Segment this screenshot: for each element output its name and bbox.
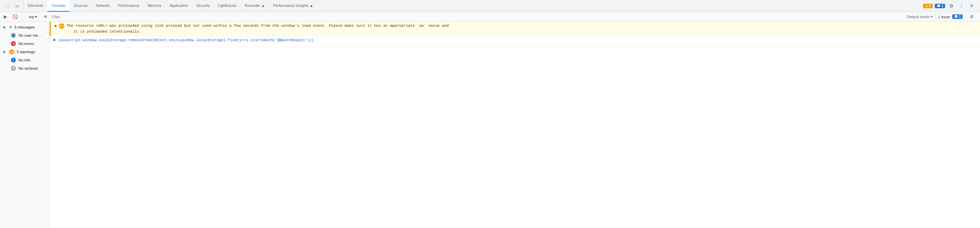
sidebar-item-warnings[interactable]: ▶ ⚠ 5 warnings	[0, 48, 49, 56]
info-count-badge[interactable]: 💬 1	[935, 4, 945, 8]
warning-badge-icon: ⚠	[59, 24, 62, 28]
toolbar-left: ▶ 🚫	[2, 12, 22, 21]
info-icon: i	[11, 58, 16, 63]
warning-text-line1: The resource <URL> was preloaded using l…	[67, 24, 449, 28]
expand-messages-icon: ▶	[3, 26, 6, 29]
console-toolbar: ▶ 🚫 top ▾ 👁 Default levels ▾ 1 issue: 💬 …	[0, 12, 980, 22]
filter-input[interactable]	[52, 15, 93, 19]
tab-console[interactable]: Console	[48, 0, 70, 12]
warn-icon: ⚠	[925, 4, 928, 8]
issue-count-badge: 💬 1	[952, 14, 963, 19]
issue-badge[interactable]: 1 issue: 💬 1	[935, 14, 965, 19]
clear-console-icon[interactable]: 🚫	[11, 13, 19, 21]
tab-recorder[interactable]: Recorder ▲	[240, 0, 269, 12]
tab-lighthouse[interactable]: Lighthouse	[214, 0, 240, 12]
warning-icon: ⚠	[9, 50, 14, 54]
messages-label: 5 messages	[14, 25, 35, 29]
chat-icon-2: 💬	[954, 15, 958, 19]
tab-performance[interactable]: Performance	[114, 0, 143, 12]
issue-count-label: 1 issue:	[938, 15, 951, 19]
user-messages-label: No user me...	[19, 33, 41, 37]
default-levels-label: Default levels	[907, 15, 930, 19]
warning-message-row: ▶ ⚠ 5 The resource <URL> was preloaded u…	[50, 22, 980, 36]
chat-icon: 💬	[937, 4, 940, 8]
tab-network[interactable]: Network	[92, 0, 114, 12]
context-arrow-icon: ▾	[35, 14, 37, 19]
tab-performance-insights[interactable]: Performance insights ▲	[269, 0, 317, 12]
tab-sources[interactable]: Sources	[70, 0, 91, 12]
sidebar-item-messages[interactable]: ▶ ≡ 5 messages	[0, 23, 49, 31]
sidebar-item-info[interactable]: i No info	[0, 56, 49, 64]
warnings-label: 5 warnings	[17, 50, 35, 54]
expand-warnings-icon: ▶	[3, 50, 6, 53]
list-icon: ≡	[9, 25, 12, 29]
tab-bar: ⬚ ▭ Elements Console Sources Network Per…	[0, 0, 980, 12]
sidebar-item-errors[interactable]: ✕ No errors	[0, 40, 49, 48]
main-tabs: Elements Console Sources Network Perform…	[24, 0, 923, 12]
console-output: ▶ ⚠ 5 The resource <URL> was preloaded u…	[50, 22, 980, 228]
sidebar-item-verbose[interactable]: ⚙ No verbose	[0, 64, 49, 72]
tab-elements[interactable]: Elements	[24, 0, 48, 12]
warning-badge-count: 5	[62, 25, 64, 28]
info-label: No info	[19, 58, 30, 62]
tab-memory[interactable]: Memory	[143, 0, 165, 12]
console-sidebar: ▶ ≡ 5 messages 👤 No user me... ✕ No erro…	[0, 22, 50, 228]
verbose-icon: ⚙	[11, 66, 16, 71]
filter-area: top ▾ 👁	[24, 13, 906, 21]
verbose-label: No verbose	[19, 66, 38, 71]
device-icon[interactable]: ▭	[13, 2, 21, 10]
default-levels-arrow-icon: ▾	[931, 14, 933, 19]
command-text[interactable]: javascript:window.localStorage.removeIte…	[58, 37, 314, 43]
tab-security[interactable]: Security	[192, 0, 214, 12]
toolbar-settings-icon[interactable]: ⚙	[968, 13, 976, 21]
eye-icon[interactable]: 👁	[41, 13, 50, 21]
errors-label: No errors	[19, 42, 34, 46]
toolbar-right: Default levels ▾ 1 issue: 💬 1 ⚙	[907, 13, 978, 21]
warning-count-badge[interactable]: ⚠ 5	[923, 4, 932, 8]
expand-warning-icon[interactable]: ▶	[54, 23, 58, 28]
tab-application[interactable]: Application	[165, 0, 192, 12]
error-icon: ✕	[11, 41, 16, 46]
more-icon[interactable]: ⋮	[958, 2, 966, 10]
command-row: ▶ javascript:window.localStorage.removeI…	[50, 36, 980, 47]
sidebar-item-user-messages[interactable]: 👤 No user me...	[0, 31, 49, 40]
main-content: ▶ ≡ 5 messages 👤 No user me... ✕ No erro…	[0, 22, 980, 228]
warning-message-text: The resource <URL> was preloaded using l…	[67, 23, 977, 34]
warning-text-line2: it is preloaded intentionally.	[67, 29, 141, 34]
devtools-icons: ⬚ ▭	[2, 0, 24, 12]
execute-icon[interactable]: ▶	[2, 13, 10, 21]
context-label: top	[29, 15, 34, 19]
settings-icon[interactable]: ⚙	[947, 2, 955, 10]
tabbar-right: ⚠ 5 💬 1 ⚙ ⋮ ✕	[923, 2, 978, 10]
user-icon: 👤	[11, 33, 16, 38]
warning-badge: ⚠ 5	[59, 23, 64, 29]
inspect-icon[interactable]: ⬚	[3, 2, 12, 10]
cmd-prompt-icon: ▶	[54, 38, 56, 42]
close-icon[interactable]: ✕	[968, 2, 976, 10]
context-selector[interactable]: top ▾	[26, 13, 40, 21]
default-levels-selector[interactable]: Default levels ▾	[907, 14, 933, 19]
cmd-code: javascript:window.localStorage.removeIte…	[58, 38, 314, 42]
